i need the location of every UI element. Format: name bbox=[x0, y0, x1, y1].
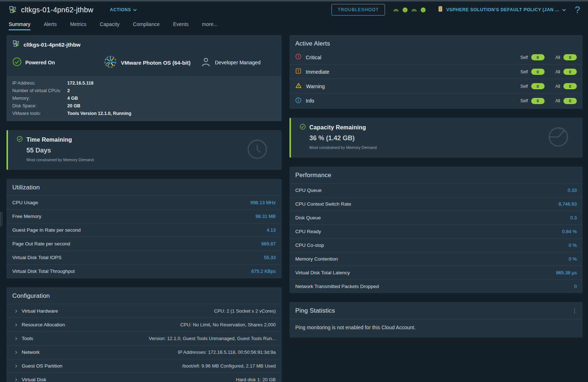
chevron-right-icon bbox=[14, 337, 17, 340]
right-column: Active Alerts Critical Self 0 All 0 bbox=[289, 35, 583, 347]
metric-row: Memory Contention 0 % bbox=[289, 252, 583, 266]
metric-value-link[interactable]: 0 % bbox=[569, 256, 577, 262]
alert-severity-label: Critical bbox=[306, 55, 321, 60]
config-row-tools[interactable]: Tools Version: 12.1.0, Guest Tools Unman… bbox=[7, 332, 282, 345]
config-label: Virtual Disk bbox=[22, 377, 46, 382]
config-value: Hard disk 1: 20 GB bbox=[236, 377, 276, 382]
config-label: Virtual Hardware bbox=[22, 308, 58, 314]
detail-label: Number of virtual CPUs: bbox=[12, 88, 67, 93]
detail-label: IP Address: bbox=[12, 81, 67, 86]
metric-row: Virtual Disk Total IOPS 55.33 bbox=[7, 251, 282, 265]
tab-capacity[interactable]: Capacity bbox=[100, 21, 119, 30]
all-count-pill[interactable]: 0 bbox=[563, 69, 577, 75]
managed-by: Developer Managed bbox=[200, 56, 261, 69]
configuration-title: Configuration bbox=[12, 292, 50, 300]
help-button[interactable]: ? bbox=[575, 5, 580, 14]
managed-by-label: Developer Managed bbox=[215, 60, 261, 65]
all-count-pill[interactable]: 0 bbox=[563, 98, 577, 104]
actions-button-label: ACTIONS bbox=[110, 7, 131, 12]
vm-name: cltkgs-01-4pn62-jthbw bbox=[24, 42, 81, 48]
all-count-pill[interactable]: 0 bbox=[563, 54, 577, 60]
metric-value-link[interactable]: 55.33 bbox=[264, 255, 276, 260]
compliance-face-badge-icon[interactable] bbox=[420, 7, 426, 13]
self-count-pill[interactable]: 0 bbox=[531, 54, 545, 60]
metric-row: CPU Context Switch Rate 8,746.93 bbox=[289, 197, 583, 211]
chevron-down-icon bbox=[133, 8, 137, 11]
config-row-resource-allocation[interactable]: Resource Allocation CPU: No Limit, No Re… bbox=[7, 318, 282, 332]
guest-os-label: VMware Photon OS (64-bit) bbox=[121, 60, 191, 66]
info-icon bbox=[295, 97, 301, 105]
config-label: Tools bbox=[22, 336, 33, 341]
health-badge-strip bbox=[393, 7, 426, 13]
self-count-pill[interactable]: 0 bbox=[531, 98, 545, 104]
capacity-remaining-value: 36 % (1.42 GB) bbox=[309, 134, 575, 142]
metric-label: CPU Ready bbox=[295, 229, 321, 234]
metric-value-link[interactable]: 669.87 bbox=[261, 241, 276, 246]
metric-row: CPU Usage 998.13 MHz bbox=[7, 196, 282, 210]
config-row-network[interactable]: Network IP Addresses: 172.16.5.118, 00:5… bbox=[7, 345, 282, 359]
metric-value-link[interactable]: 8,746.93 bbox=[558, 201, 577, 207]
risk-arc-badge-icon[interactable] bbox=[393, 8, 399, 12]
power-state-label: Powered On bbox=[25, 60, 55, 65]
all-count-pill[interactable]: 0 bbox=[563, 83, 577, 89]
vm-powered-on-icon bbox=[12, 40, 20, 49]
metric-value-link[interactable]: 0.84 % bbox=[562, 229, 577, 234]
tab-events[interactable]: Events bbox=[173, 21, 189, 30]
check-circle-icon bbox=[300, 124, 306, 131]
config-label: Guest OS Partition bbox=[22, 363, 63, 369]
all-label: All bbox=[555, 84, 560, 89]
chevron-right-icon bbox=[14, 364, 17, 367]
metric-value-link[interactable]: 865.38 µs bbox=[556, 270, 577, 275]
ping-statistics-title: Ping Statistics bbox=[295, 307, 335, 314]
detail-value: 2 bbox=[67, 88, 70, 93]
self-count-pill[interactable]: 0 bbox=[531, 69, 545, 75]
metric-label: CPU Context Switch Rate bbox=[295, 201, 351, 207]
health-face-badge-icon[interactable] bbox=[402, 7, 408, 13]
metric-row: Network Transmitted Packets Dropped 0 bbox=[289, 280, 583, 293]
tab-summary[interactable]: Summary bbox=[9, 21, 30, 30]
power-state: Powered On bbox=[12, 57, 103, 68]
metric-row: Guest Page In Rate per second 4.13 bbox=[7, 223, 282, 237]
policy-selector[interactable]: VSPHERE SOLUTION'S DEFAULT POLICY (JAN .… bbox=[437, 6, 564, 14]
panel-resize-handle[interactable] bbox=[0, 212, 2, 226]
detail-value: 4 GB bbox=[67, 96, 78, 101]
left-column: cltkgs-01-4pn62-jthbw Powered On bbox=[7, 35, 282, 382]
pie-chart-icon bbox=[548, 126, 569, 149]
config-label: Network bbox=[22, 349, 40, 355]
config-row-virtual-hardware[interactable]: Virtual Hardware CPU: 2 (1 Socket x 2 vC… bbox=[7, 304, 282, 318]
metric-value-link[interactable]: 0 bbox=[574, 284, 577, 289]
metric-label: CPU Queue bbox=[295, 188, 322, 193]
tab-more[interactable]: more... bbox=[202, 21, 218, 30]
config-value: IP Addresses: 172.16.5.118, 00:50:56:91:… bbox=[178, 349, 276, 355]
config-row-guest-os-partition[interactable]: Guest OS Partition /boot/efi: 9.96 MB Co… bbox=[7, 359, 282, 373]
metric-value-link[interactable]: 0.3 bbox=[570, 215, 577, 220]
alert-row-immediate: Immediate Self 0 All 0 bbox=[289, 65, 583, 79]
active-alerts-title: Active Alerts bbox=[295, 40, 330, 47]
config-value: /boot/efi: 9.96 MB Configured, 2.17 MB U… bbox=[182, 363, 276, 369]
efficiency-arc-badge-icon[interactable] bbox=[411, 8, 417, 12]
tab-compliance[interactable]: Compliance bbox=[133, 21, 160, 30]
tab-alerts[interactable]: Alerts bbox=[44, 21, 57, 30]
time-remaining-subtitle: Most constrained by Memory Demand bbox=[26, 158, 274, 162]
config-label: Resource Allocation bbox=[22, 322, 65, 327]
troubleshoot-button[interactable]: TROUBLESHOOT bbox=[331, 4, 385, 16]
vm-summary-head: cltkgs-01-4pn62-jthbw Powered On bbox=[7, 35, 282, 76]
metric-value-link[interactable]: 4.13 bbox=[267, 227, 276, 233]
utilization-title: Utilization bbox=[12, 184, 40, 191]
self-count-pill[interactable]: 0 bbox=[531, 83, 545, 89]
kebab-menu-icon[interactable]: ⋮ bbox=[572, 309, 577, 313]
metric-value-link[interactable]: 0 % bbox=[569, 242, 577, 248]
tab-metrics[interactable]: Metrics bbox=[70, 21, 86, 30]
metric-value-link[interactable]: 0.33 bbox=[568, 188, 577, 193]
metric-value-link[interactable]: 998.13 MHz bbox=[250, 200, 276, 205]
metric-value-link[interactable]: 98.31 MB bbox=[255, 214, 276, 219]
ping-statistics-card: Ping Statistics ⋮ Ping monitoring is not… bbox=[289, 302, 583, 338]
config-row-virtual-disk[interactable]: Virtual Disk Hard disk 1: 20 GB bbox=[7, 373, 282, 382]
all-label: All bbox=[555, 98, 560, 103]
chevron-right-icon bbox=[14, 309, 17, 312]
metric-value-link[interactable]: 675.2 KBps bbox=[251, 269, 276, 274]
time-remaining-card: Time Remaining 55 Days Most constrained … bbox=[7, 130, 282, 170]
metric-row: Virtual Disk Total Throughput 675.2 KBps bbox=[7, 265, 282, 278]
immediate-icon bbox=[295, 68, 301, 76]
actions-button[interactable]: ACTIONS bbox=[110, 7, 136, 12]
